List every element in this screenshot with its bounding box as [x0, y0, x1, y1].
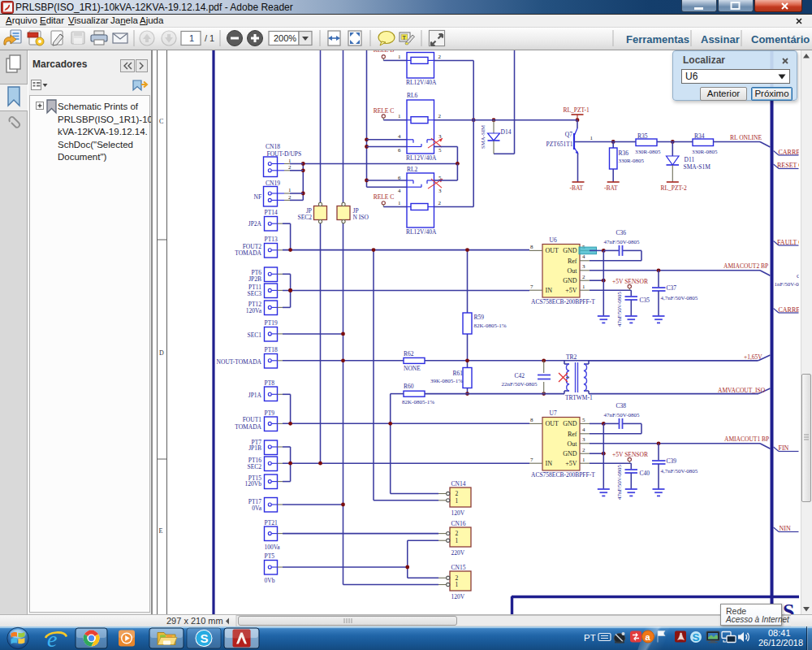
svg-text:2: 2	[582, 274, 585, 280]
svg-text:CN16: CN16	[451, 520, 466, 527]
svg-text:RL12V/40A: RL12V/40A	[406, 154, 437, 162]
svg-text:C37: C37	[667, 284, 677, 292]
svg-text:1: 1	[456, 497, 459, 505]
svg-text:5: 5	[582, 417, 585, 423]
svg-text:PT21: PT21	[265, 519, 279, 526]
svg-text:+5V: +5V	[565, 287, 577, 294]
svg-text:+5V SENSOR: +5V SENSOR	[612, 278, 648, 285]
svg-text:R60: R60	[404, 383, 414, 390]
svg-text:R61: R61	[452, 370, 463, 377]
svg-text:82K-0805-1%: 82K-0805-1%	[402, 399, 434, 405]
svg-text:Out: Out	[568, 440, 578, 448]
svg-text:47nF/50V-0805: 47nF/50V-0805	[616, 292, 622, 327]
svg-text:1: 1	[590, 135, 594, 141]
svg-text:OUT: OUT	[546, 420, 559, 427]
svg-text:7: 7	[530, 284, 533, 290]
svg-text:C38: C38	[616, 402, 627, 410]
svg-text:R36: R36	[619, 150, 629, 157]
svg-text:1: 1	[582, 284, 585, 290]
svg-text:2: 2	[438, 54, 442, 60]
svg-text:08:41: 08:41	[768, 628, 791, 638]
svg-text:CARREG: CARREG	[779, 149, 800, 156]
svg-text:C: C	[797, 273, 799, 280]
svg-text:5: 5	[438, 147, 442, 154]
svg-text:SEC1: SEC1	[247, 332, 261, 339]
svg-text:SEC3: SEC3	[247, 290, 261, 297]
svg-text:RELE C: RELE C	[374, 193, 395, 201]
svg-text:R59: R59	[474, 314, 485, 321]
svg-text:SEC2: SEC2	[297, 214, 312, 221]
svg-text:GND: GND	[563, 450, 577, 457]
svg-text:Ref: Ref	[568, 431, 577, 438]
svg-text:RL ONLINE: RL ONLINE	[730, 134, 762, 141]
svg-text:0Vb: 0Vb	[265, 577, 275, 584]
svg-text:FAULT C: FAULT C	[777, 239, 799, 246]
svg-text:IN: IN	[546, 460, 553, 467]
svg-text:JP2A: JP2A	[248, 220, 262, 228]
svg-text:C42: C42	[514, 372, 525, 379]
svg-text:6: 6	[398, 175, 401, 181]
svg-text:AMIACOUT1 BP: AMIACOUT1 BP	[724, 436, 769, 443]
svg-text:U7: U7	[550, 410, 557, 417]
svg-text:4: 4	[398, 188, 401, 194]
svg-text:47nF/50V-0805: 47nF/50V-0805	[616, 465, 622, 500]
svg-text:AMIACOUT2 BP: AMIACOUT2 BP	[723, 262, 768, 270]
svg-text:RL_PZT-2: RL_PZT-2	[661, 184, 687, 192]
svg-text:1nF/50V-08: 1nF/50V-08	[775, 281, 800, 288]
svg-text:1: 1	[398, 54, 401, 60]
svg-text:120Vb: 120Vb	[245, 480, 262, 488]
svg-text:C35: C35	[640, 297, 650, 304]
svg-text:RESET C: RESET C	[777, 162, 799, 169]
svg-text:R34: R34	[694, 132, 705, 140]
svg-text:U6: U6	[550, 236, 557, 244]
svg-text:2: 2	[438, 113, 442, 119]
svg-text:CN18: CN18	[266, 143, 280, 150]
svg-text:3: 3	[582, 263, 585, 270]
svg-text:D11: D11	[685, 156, 695, 163]
svg-text:PT14: PT14	[265, 209, 279, 216]
svg-text:120Va: 120Va	[246, 307, 262, 314]
svg-text:RELE C: RELE C	[374, 107, 395, 115]
svg-text:TOMADA: TOMADA	[235, 423, 261, 431]
svg-text:C40: C40	[640, 470, 650, 477]
svg-text:CARREG: CARREG	[779, 306, 800, 314]
svg-text:C39: C39	[667, 457, 677, 465]
svg-text:R62: R62	[404, 350, 414, 358]
svg-text:C: C	[159, 118, 163, 125]
svg-text:-BAT: -BAT	[604, 184, 618, 192]
svg-text:1: 1	[398, 200, 401, 206]
svg-text:JP2B: JP2B	[248, 275, 261, 283]
svg-text:200%: 200%	[274, 33, 296, 43]
svg-text:2: 2	[582, 447, 585, 453]
svg-text:RL_PZT-1: RL_PZT-1	[564, 106, 590, 114]
svg-text:JP1A: JP1A	[248, 392, 262, 399]
svg-text:RL12V/40A: RL12V/40A	[406, 79, 437, 86]
svg-text:1: 1	[189, 33, 194, 43]
svg-text:2: 2	[456, 530, 459, 537]
svg-text:1: 1	[288, 187, 292, 193]
svg-text:330R-0805: 330R-0805	[635, 149, 661, 155]
svg-text:1: 1	[398, 113, 401, 119]
svg-text:PT8: PT8	[265, 379, 275, 387]
svg-text:47nF/50V-0805: 47nF/50V-0805	[604, 412, 641, 418]
svg-text:82K-0805-1%: 82K-0805-1%	[474, 323, 507, 329]
svg-text:AMVACOUT_ISO: AMVACOUT_ISO	[718, 387, 766, 394]
svg-text:330R-0805: 330R-0805	[692, 149, 718, 155]
svg-text:PT: PT	[584, 633, 596, 643]
svg-text:+5V: +5V	[565, 460, 577, 467]
svg-text:120V: 120V	[451, 509, 465, 517]
svg-text:PT5: PT5	[265, 552, 275, 560]
svg-text:RELE B: RELE B	[374, 50, 395, 54]
svg-text:CN19: CN19	[266, 180, 280, 187]
svg-text:+5V SENSOR: +5V SENSOR	[612, 451, 648, 458]
svg-text:e: e	[47, 626, 57, 650]
svg-text:R35: R35	[637, 132, 648, 140]
svg-text:PT13: PT13	[265, 236, 279, 243]
svg-text:OUT: OUT	[546, 247, 559, 254]
svg-text:2: 2	[288, 164, 292, 171]
svg-text:SEC2: SEC2	[247, 463, 261, 470]
svg-text:220V: 220V	[451, 549, 465, 557]
svg-text:47nF/50V-0805: 47nF/50V-0805	[604, 239, 641, 245]
svg-text:PT19: PT19	[265, 319, 279, 327]
svg-text:TRTWM-1: TRTWM-1	[565, 394, 593, 401]
